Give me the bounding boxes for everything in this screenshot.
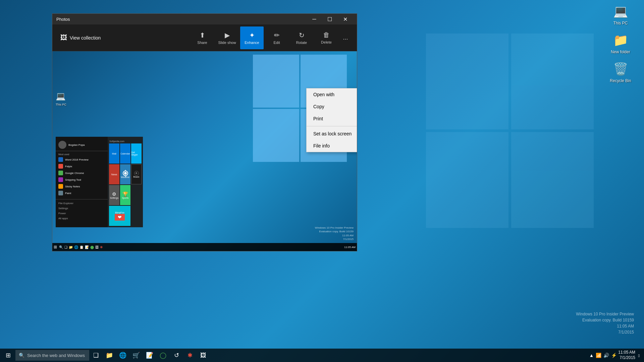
tile-music: Music [131,164,142,184]
search-placeholder: Search the web and Windows [27,353,85,358]
desktop-icon-recycle-bin[interactable]: 🗑️ Recycle Bin [607,61,634,83]
edge-browser-taskbar-button[interactable]: 🌐 [116,349,129,362]
felpix-icon [58,164,63,169]
close-button[interactable]: ✕ [337,14,353,24]
new-folder-icon: 📁 [612,32,629,48]
inner-all-apps: All apps [56,216,108,221]
context-copy[interactable]: Copy [307,101,357,113]
chrome-taskbar-button[interactable]: ◯ [156,349,170,362]
snipping-icon [58,177,63,182]
tile-blingfire: BlingFire ❤ [109,206,130,226]
health-tile: ❤ [115,214,125,221]
refresh-taskbar-button[interactable]: ↺ [170,349,183,362]
tile-sports: 🏆 Sports [120,185,130,205]
chrome-label: Google Chrome [65,172,84,175]
store-taskbar-button[interactable]: 🛒 [129,349,143,362]
inner-settings: Settings [56,206,108,211]
word-taskbar-button[interactable]: 📝 [143,349,156,362]
start-button[interactable]: ⊞ [1,349,15,362]
maximize-button[interactable]: ☐ [322,14,337,24]
slideshow-button[interactable]: ▶ Slide show [215,26,239,49]
tile-weather: Weather [120,164,130,184]
context-set-lock-screen[interactable]: Set as lock screen [307,128,357,140]
edit-button[interactable]: ✏ Edit [265,26,288,49]
notifications-icon[interactable]: ▲ [589,353,594,358]
photos-taskbar-button[interactable]: 🖼 [197,349,210,362]
inner-taskbar: ⊞ 🔍 ❑ 📁 🌐 📋 📝 ⬤ 🖼 ❋ 11:05 AM [52,243,357,251]
clock-time: 11:05 AM [618,350,635,355]
inner-win-line1: Windows 10 Pro Insider Preview [315,226,354,230]
more-options-button[interactable]: ... [339,32,352,44]
desktop-icon-new-folder[interactable]: 📁 New folder [607,32,634,54]
view-collection-label: View collection [70,35,101,41]
recycle-bin-label: Recycle Bin [610,78,631,83]
inner-avatar [58,141,66,149]
rotate-icon: ↻ [299,31,305,39]
inner-desktop-icons: 💻 This PC [56,92,66,106]
window-titlebar: Photos ─ ☐ ✕ [52,14,357,24]
inner-start-icon: ⊞ [54,245,57,249]
volume-icon[interactable]: 🔊 [603,353,609,358]
inner-app-sticky: Sticky Notes [56,183,108,190]
inner-photos-taskbar-icon: 🖼 [95,245,99,249]
taskbar: ⊞ 🔍 Search the web and Windows ❑ 📁 🌐 🛒 📝… [0,349,644,362]
heart-icon: ❤ [118,215,122,220]
show-desktop-button[interactable]: ▯ [638,354,640,357]
settings-gear-icon: ⚙ [112,191,116,197]
delete-button[interactable]: 🗑 Delete [315,26,338,49]
share-icon: ⬆ [200,31,205,39]
watermark-line3: 11:05 AM [576,323,634,329]
task-view-button[interactable]: ❑ [89,349,103,362]
inner-win-line2: Evaluation copy. Build 10159 [315,230,354,233]
view-collection-button[interactable]: 🖼 View collection [58,33,103,43]
search-box[interactable]: 🔍 Search the web and Windows [15,350,89,361]
security-taskbar-button[interactable]: ✱ [183,349,197,362]
inner-store-icon: 📋 [79,245,84,249]
delete-label: Delete [321,40,332,44]
battery-icon[interactable]: ⚡ [611,353,617,358]
felpix-label: Felpix [65,165,72,168]
this-pc-icon: 💻 [612,3,629,19]
music-disc-icon [134,171,139,176]
inner-win-info: Windows 10 Pro Insider Preview Evaluatio… [315,226,354,241]
settings-label: Settings [58,207,68,210]
taskbar-clock[interactable]: 11:05 AM 7/1/2015 [618,350,635,360]
paint-label: Paint [65,192,71,195]
paint-icon [58,191,63,195]
desktop-icons-container: 💻 This PC 📁 New folder 🗑️ Recycle Bin [607,3,634,83]
inner-app-chrome: Google Chrome [56,170,108,176]
sticky-icon [58,184,63,189]
desktop-icon-this-pc[interactable]: 💻 This PC [607,3,634,25]
network-icon[interactable]: 📶 [596,353,601,358]
context-print[interactable]: Print [307,113,357,125]
share-button[interactable]: ⬆ Share [191,26,214,49]
file-explorer-taskbar-button[interactable]: 📁 [103,349,116,362]
context-file-info[interactable]: File info [307,140,357,152]
rotate-button[interactable]: ↻ Rotate [290,26,313,49]
taskbar-right: ▲ 📶 🔊 ⚡ 11:05 AM 7/1/2015 ▯ [589,350,643,360]
more-icon: ... [343,34,348,41]
enhance-button[interactable]: ✦ Enhance [240,26,264,49]
inner-file-explorer: File Explorer [56,201,108,206]
watermark-line2: Evaluation copy. Build 10159 [576,317,634,323]
edit-label: Edit [274,41,280,45]
inner-start-menu: Bogdan Popa Most used Word 2016 Preview … [56,137,143,227]
inner-edge-icon: 🌐 [74,245,78,249]
inner-win-line3: 11:05 AM [315,234,354,237]
tile-settings-label: Settings [110,197,118,199]
photos-window: Photos ─ ☐ ✕ 🖼 View collection ⬆ Share ▶ [52,13,357,251]
inner-most-used-label: Most used [56,153,108,156]
context-menu: Open with Copy Print Set as lock screen … [306,88,357,152]
inner-win-line4: 7/1/2015 [315,237,354,241]
context-open-with[interactable]: Open with [307,88,357,101]
win-logo-pane-bl [253,109,299,162]
watermark-line4: 7/1/2015 [576,329,634,335]
slideshow-label: Slide show [218,41,236,45]
inner-clock: 11:05 AM [344,246,356,249]
tile-skype: Get Skype [131,143,142,164]
recycle-bin-icon: 🗑️ [612,61,629,77]
sticky-label: Sticky Notes [65,185,80,188]
inner-chrome-taskbar-icon: ⬤ [90,245,94,249]
minimize-button[interactable]: ─ [307,14,322,24]
inner-start-right: Mail Calendar Get Skype News Weather [108,137,143,227]
